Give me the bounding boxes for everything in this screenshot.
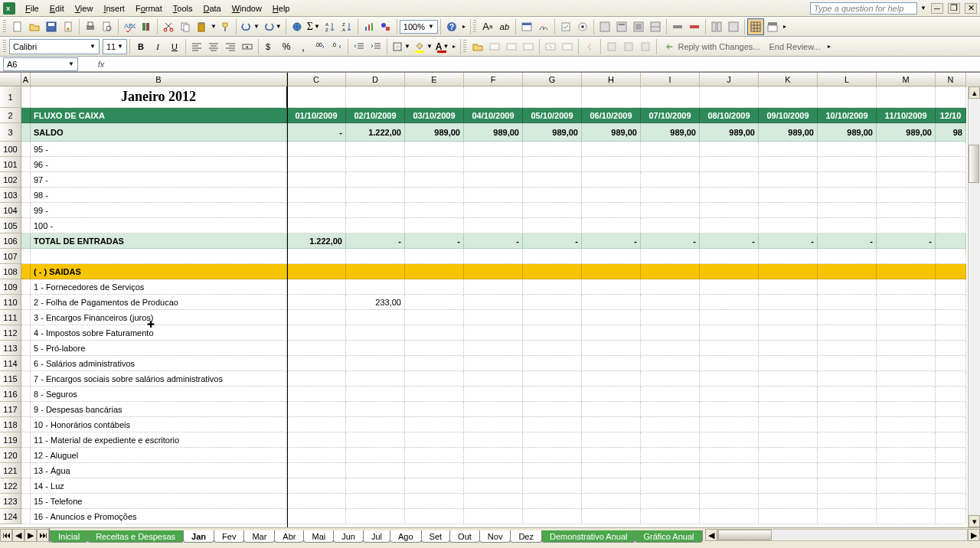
folha-value[interactable]: 233,00 — [346, 295, 405, 310]
menu-format[interactable]: FormatFormat — [130, 2, 168, 15]
row-header[interactable]: 101 — [0, 157, 21, 172]
tab-nov[interactable]: Nov — [479, 530, 511, 543]
row-header[interactable]: 112 — [0, 325, 21, 341]
align-left-button[interactable] — [188, 38, 205, 55]
table-row[interactable]: 12 - Aluguel — [21, 448, 980, 463]
table-row[interactable]: 16 - Anuncios e Promoções — [21, 509, 980, 524]
sort-asc-button[interactable]: AZ — [322, 18, 338, 35]
headers-button[interactable] — [764, 18, 781, 35]
col-header-E[interactable]: E — [405, 73, 464, 86]
tab-abr[interactable]: Abr — [274, 530, 304, 543]
autosum-button[interactable]: Σ▼ — [305, 18, 322, 35]
review-reply-all-button[interactable] — [503, 38, 520, 55]
scroll-up-button[interactable]: ▴ — [969, 86, 980, 99]
date-header[interactable]: 02/10/2009 — [346, 108, 405, 123]
toolbar-options-2[interactable]: ▸ — [781, 18, 789, 35]
menu-insert[interactable]: InsertInsert — [98, 2, 130, 15]
review-prev-button[interactable] — [581, 38, 598, 55]
cut-button[interactable] — [160, 18, 177, 35]
row-header[interactable]: 105 — [0, 218, 21, 233]
saldo-value[interactable]: 989,00 — [582, 123, 641, 142]
tab-jan[interactable]: Jan — [183, 530, 214, 543]
table-row[interactable]: 10 - Honorários contábeis — [21, 417, 980, 432]
end-review-button[interactable]: End Review... — [764, 38, 825, 55]
table-row[interactable]: 15 - Telefone — [21, 494, 980, 509]
format-painter-button[interactable] — [217, 18, 234, 35]
tab-demonstrativo[interactable]: Demonstrativo Anual — [541, 530, 636, 543]
tab-set[interactable]: Set — [421, 530, 451, 543]
toolbar-grip[interactable] — [3, 20, 6, 34]
menu-file[interactable]: FFileile — [20, 2, 44, 15]
row-header[interactable]: 3 — [0, 123, 21, 142]
open-button[interactable] — [26, 18, 43, 35]
saldo-value[interactable]: 989,00 — [818, 123, 877, 142]
font-color-button[interactable]: A▼ — [434, 38, 451, 55]
tab-next-button[interactable]: ▶ — [24, 529, 37, 542]
tab-first-button[interactable]: ⏮ — [0, 529, 12, 542]
restore-doc-button[interactable]: ❐ — [948, 3, 960, 14]
font-size-increase-button[interactable]: Aa — [479, 18, 496, 35]
align-right-button[interactable] — [222, 38, 239, 55]
spelling-button[interactable]: ABC — [121, 18, 138, 35]
date-header[interactable]: 06/10/2009 — [582, 108, 641, 123]
align-button-1[interactable] — [669, 18, 686, 35]
saldo-value[interactable]: 989,00 — [759, 123, 818, 142]
row-header[interactable]: 118 — [0, 417, 21, 432]
date-header[interactable]: 01/10/2009 — [287, 108, 346, 123]
saldo-value[interactable]: 1.222,00 — [346, 123, 405, 142]
chart-wizard-button[interactable] — [361, 18, 377, 35]
col-header-A[interactable]: A — [21, 73, 31, 86]
col-header-F[interactable]: F — [464, 73, 523, 86]
date-header[interactable]: 03/10/2009 — [405, 108, 464, 123]
saldo-value[interactable]: 989,00 — [464, 123, 523, 142]
col-header-I[interactable]: I — [641, 73, 700, 86]
col-header-H[interactable]: H — [582, 73, 641, 86]
saldo-value[interactable]: 989,00 — [700, 123, 759, 142]
row-header[interactable]: 124 — [0, 509, 21, 524]
saldo-value[interactable]: 989,00 — [641, 123, 700, 142]
saldo-value[interactable]: 989,00 — [405, 123, 464, 142]
toolbar-options-4[interactable]: ▸ — [825, 38, 833, 55]
new-doc-button[interactable] — [9, 18, 26, 35]
scroll-right-button[interactable]: ▶ — [968, 529, 980, 541]
menu-tools[interactable]: ToolsTools — [168, 2, 198, 15]
toolbar-grip-3[interactable] — [3, 40, 6, 54]
table-row[interactable]: 11 - Material de expediente e escritorio — [21, 432, 980, 448]
fill-color-button[interactable]: ▼ — [412, 38, 434, 55]
row-header[interactable]: 123 — [0, 494, 21, 509]
table-row[interactable]: 3 - Encargos Financeiros (juros) — [21, 310, 980, 325]
redo-button[interactable]: ▼ — [261, 18, 283, 35]
row-header[interactable]: 119 — [0, 432, 21, 448]
date-header[interactable]: 10/10/2009 — [818, 108, 877, 123]
decrease-indent-button[interactable] — [351, 38, 368, 55]
table-row[interactable]: 4 - Impostos sobre Faturamento — [21, 325, 980, 341]
tab-grafico[interactable]: Gráfico Anual — [635, 530, 702, 543]
review-next-button[interactable] — [637, 38, 654, 55]
group-button[interactable] — [708, 18, 725, 35]
row-header[interactable]: 120 — [0, 448, 21, 463]
col-header-C[interactable]: C — [287, 73, 346, 86]
row-header[interactable]: 106 — [0, 233, 21, 249]
tab-jul[interactable]: Jul — [363, 530, 390, 543]
tab-jun[interactable]: Jun — [333, 530, 364, 543]
review-forward-button[interactable] — [520, 38, 537, 55]
close-doc-button[interactable]: ✕ — [965, 3, 977, 14]
drawing-button[interactable] — [377, 18, 394, 35]
row-header[interactable]: 103 — [0, 188, 21, 203]
table-row[interactable]: 9 - Despesas bancárias — [21, 402, 980, 417]
fx-icon[interactable]: fx — [93, 60, 109, 69]
review-accept-button[interactable] — [603, 38, 620, 55]
table-row[interactable]: ( - ) SAIDAS — [21, 264, 980, 279]
date-header[interactable]: 07/10/2009 — [641, 108, 700, 123]
scroll-left-button[interactable]: ◀ — [705, 529, 717, 541]
row-header[interactable]: 107 — [0, 249, 21, 264]
toolbar-options-button[interactable]: ▸ — [460, 18, 468, 35]
row-header[interactable]: 122 — [0, 478, 21, 494]
tab-inicial[interactable]: Inicial — [50, 530, 88, 543]
scroll-down-button[interactable]: ▾ — [969, 515, 980, 527]
table-row[interactable]: 8 - Seguros — [21, 387, 980, 402]
formula-input[interactable] — [109, 57, 980, 71]
table-row[interactable]: 2 - Folha de Pagamentos de Producao233,0… — [21, 295, 980, 310]
name-box[interactable]: A6▼ — [3, 57, 78, 71]
table-row[interactable]: SALDO - 1.222,00 989,00 989,00 989,00 98… — [21, 123, 980, 142]
